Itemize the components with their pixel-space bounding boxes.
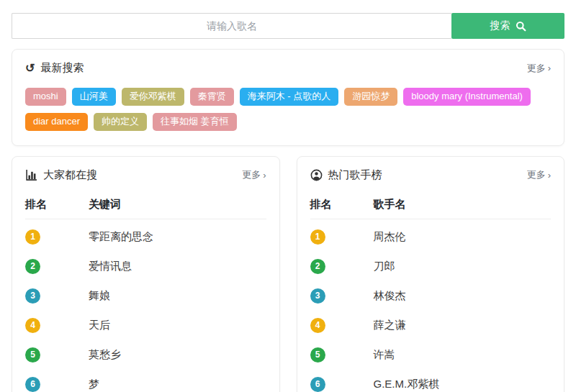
hot-keywords-title: 大家都在搜 (43, 168, 97, 182)
ranking-panels: 大家都在搜 更多 › 排名 关键词 1 零距离的思念 2 爱情讯息 3 舞娘 (12, 156, 564, 392)
rank-badge: 2 (25, 259, 40, 274)
hot-keywords-column-headers: 排名 关键词 (25, 182, 266, 219)
rank-badge: 5 (310, 347, 325, 363)
rank-cell: 1 (310, 229, 374, 245)
chevron-right-icon: › (548, 170, 551, 181)
keyword-text: 零距离的思念 (89, 230, 153, 244)
keyword-row[interactable]: 3 舞娘 (25, 281, 266, 311)
keyword-row[interactable]: 2 爱情讯息 (25, 252, 266, 281)
singer-row[interactable]: 5 许嵩 (310, 340, 552, 370)
singer-text: G.E.M.邓紫棋 (374, 378, 440, 391)
keyword-text: 莫愁乡 (89, 348, 121, 362)
rank-cell: 1 (25, 229, 89, 245)
search-bar: 搜索 (12, 13, 564, 39)
rank-cell: 2 (310, 259, 374, 274)
rank-badge: 4 (25, 318, 40, 333)
latest-search-header: ↺ 最新搜索 更多 › (25, 61, 551, 75)
rank-badge: 1 (25, 229, 40, 245)
hot-keywords-header: 大家都在搜 更多 › (25, 168, 266, 182)
rank-badge: 2 (310, 259, 325, 274)
search-tag[interactable]: 游园惊梦 (344, 88, 397, 106)
hot-singers-title: 热门歌手榜 (328, 168, 382, 182)
rank-badge: 3 (25, 288, 40, 304)
hot-singers-panel: 热门歌手榜 更多 › 排名 歌手名 1 周杰伦 2 刀郎 3 林俊杰 (297, 156, 565, 392)
rank-badge: 4 (310, 318, 325, 333)
rank-badge: 3 (310, 288, 325, 304)
history-icon: ↺ (25, 63, 35, 74)
hot-singers-more-link[interactable]: 更多 › (527, 168, 551, 181)
search-tag[interactable]: 山河美 (72, 88, 116, 106)
rank-cell: 5 (310, 347, 374, 363)
bar-chart-icon (25, 169, 37, 181)
rank-cell: 6 (25, 377, 89, 392)
rank-cell: 3 (25, 288, 89, 304)
rank-column-header: 排名 (310, 198, 374, 211)
hot-keywords-more-link[interactable]: 更多 › (242, 168, 266, 181)
hot-singers-column-headers: 排名 歌手名 (310, 182, 552, 219)
latest-search-title-group: ↺ 最新搜索 (25, 61, 84, 75)
keyword-text: 天后 (89, 319, 110, 332)
keyword-row[interactable]: 6 梦 (25, 370, 266, 392)
chevron-right-icon: › (263, 170, 266, 181)
rank-cell: 4 (25, 318, 89, 333)
latest-search-title: 最新搜索 (40, 61, 84, 75)
singer-row[interactable]: 6 G.E.M.邓紫棋 (310, 370, 552, 392)
rank-badge: 5 (25, 347, 40, 363)
rank-cell: 2 (25, 259, 89, 274)
latest-search-card: ↺ 最新搜索 更多 › moshi 山河美 爱你邓紫棋 秦霄贤 海来阿木 - 点… (12, 49, 564, 146)
hot-singers-list: 1 周杰伦 2 刀郎 3 林俊杰 4 薛之谦 5 许嵩 6 G.E.M.邓紫棋 (310, 219, 552, 392)
search-tag[interactable]: 秦霄贤 (190, 88, 234, 106)
search-tag[interactable]: bloody mary (Instrumental) (403, 88, 531, 106)
keyword-row[interactable]: 4 天后 (25, 311, 266, 340)
keyword-row[interactable]: 5 莫愁乡 (25, 340, 266, 370)
search-button[interactable]: 搜索 (451, 13, 564, 39)
singer-row[interactable]: 1 周杰伦 (310, 222, 552, 252)
singer-row[interactable]: 2 刀郎 (310, 252, 552, 281)
rank-badge: 6 (25, 377, 40, 392)
keyword-text: 舞娘 (89, 289, 110, 303)
singer-row[interactable]: 3 林俊杰 (310, 281, 552, 311)
search-button-label: 搜索 (490, 19, 510, 32)
rank-cell: 5 (25, 347, 89, 363)
hot-singers-title-group: 热门歌手榜 (310, 168, 382, 182)
rank-column-header: 排名 (25, 198, 89, 211)
keyword-column-header: 关键词 (89, 198, 121, 211)
chevron-right-icon: › (548, 63, 551, 73)
singer-text: 林俊杰 (374, 289, 406, 303)
keyword-text: 梦 (89, 378, 99, 391)
keyword-row[interactable]: 1 零距离的思念 (25, 222, 266, 252)
search-tag[interactable]: 往事如烟 姜育恒 (153, 113, 237, 131)
search-tag[interactable]: diar dancer (25, 113, 88, 131)
rank-cell: 4 (310, 318, 374, 333)
rank-badge: 6 (310, 377, 325, 392)
hot-keywords-list: 1 零距离的思念 2 爱情讯息 3 舞娘 4 天后 5 莫愁乡 6 梦 (25, 219, 266, 392)
search-icon (516, 21, 526, 32)
singer-text: 许嵩 (374, 348, 395, 362)
singer-column-header: 歌手名 (374, 198, 406, 211)
singer-row[interactable]: 4 薛之谦 (310, 311, 552, 340)
rank-cell: 3 (310, 288, 374, 304)
rank-cell: 6 (310, 377, 374, 392)
singer-text: 薛之谦 (374, 319, 406, 332)
search-tag[interactable]: moshi (25, 88, 66, 106)
latest-search-more-link[interactable]: 更多 › (527, 62, 551, 75)
more-label: 更多 (242, 168, 261, 181)
rank-badge: 1 (310, 229, 325, 245)
search-tag[interactable]: 爱你邓紫棋 (122, 88, 184, 106)
more-label: 更多 (527, 168, 546, 181)
search-tag[interactable]: 帅的定义 (94, 113, 147, 131)
latest-search-tags: moshi 山河美 爱你邓紫棋 秦霄贤 海来阿木 - 点歌的人 游园惊梦 blo… (25, 88, 551, 131)
search-tag[interactable]: 海来阿木 - 点歌的人 (240, 88, 339, 106)
more-label: 更多 (527, 62, 546, 75)
keyword-text: 爱情讯息 (89, 260, 132, 273)
user-circle-icon (310, 169, 323, 181)
hot-keywords-panel: 大家都在搜 更多 › 排名 关键词 1 零距离的思念 2 爱情讯息 3 舞娘 (12, 156, 280, 392)
hot-keywords-title-group: 大家都在搜 (25, 168, 97, 182)
hot-singers-header: 热门歌手榜 更多 › (310, 168, 552, 182)
singer-text: 周杰伦 (374, 230, 406, 244)
search-input[interactable] (12, 13, 451, 39)
singer-text: 刀郎 (374, 260, 395, 273)
